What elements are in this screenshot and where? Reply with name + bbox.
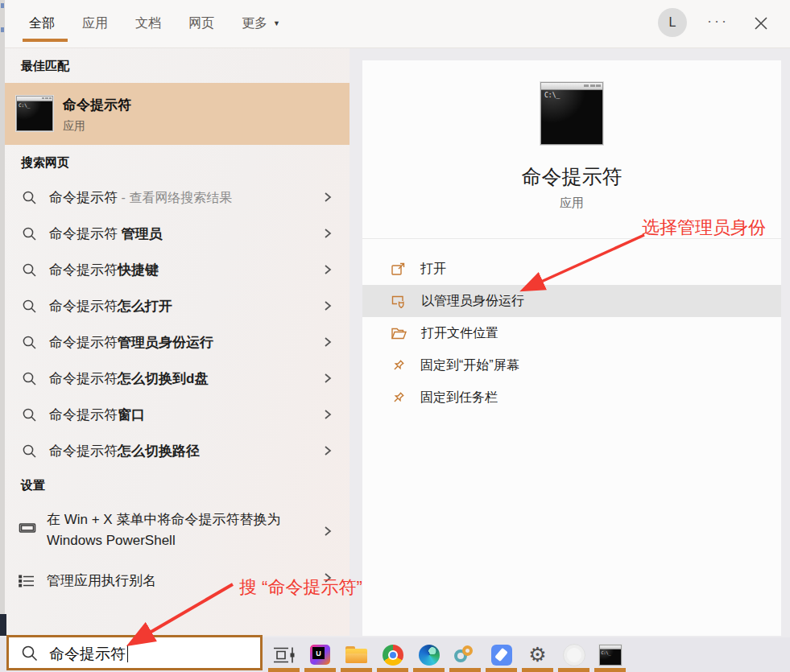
- web-suggestion[interactable]: 命令提示符快捷键: [5, 252, 350, 288]
- white-round-app-icon[interactable]: [556, 637, 592, 672]
- search-icon: [22, 226, 37, 241]
- rings-app-icon[interactable]: [447, 637, 483, 672]
- settings-gear-icon[interactable]: ⚙: [519, 637, 556, 672]
- search-icon: [22, 407, 37, 423]
- chevron-right-icon: [322, 409, 333, 420]
- action-pin-to-taskbar[interactable]: 固定到任务栏: [362, 381, 781, 414]
- admin-shield-icon: [391, 294, 407, 309]
- web-suggestion[interactable]: 命令提示符怎么切换到d盘: [5, 361, 350, 397]
- web-suggestion[interactable]: 命令提示符 管理员: [5, 216, 350, 252]
- background-window-edge: [0, 614, 6, 636]
- chevron-right-icon: [322, 445, 333, 456]
- best-match-subtitle: 应用: [63, 119, 85, 134]
- chrome-icon[interactable]: [374, 637, 411, 672]
- chevron-right-icon: [322, 300, 333, 311]
- annotation-search-hint: 搜 “命令提示符”: [239, 575, 362, 600]
- active-tab-indicator: [23, 39, 68, 42]
- best-match-result[interactable]: C:\_ 命令提示符 应用: [5, 83, 350, 145]
- chevron-right-icon: [322, 264, 333, 275]
- command-prompt-icon: C:\_: [16, 96, 53, 131]
- action-open[interactable]: 打开: [362, 253, 781, 285]
- notes-app-icon[interactable]: [483, 637, 519, 672]
- search-icon: [22, 190, 37, 205]
- action-list: 打开 以管理员身份运行 打开文件位置 固定到“开始”屏幕 固定到任务栏: [362, 238, 781, 414]
- tab-web[interactable]: 网页: [188, 15, 214, 32]
- annotation-admin-hint: 选择管理员身份: [642, 216, 766, 240]
- chevron-right-icon: [322, 228, 333, 239]
- search-icon: [22, 371, 37, 386]
- chevron-down-icon: ▼: [273, 19, 280, 27]
- more-options-icon[interactable]: ···: [707, 13, 729, 30]
- avatar[interactable]: L: [658, 8, 687, 37]
- tab-documents[interactable]: 文档: [135, 15, 161, 32]
- search-flyout-topbar: 全部 应用 文档 网页 更多▼ L ···: [5, 0, 790, 48]
- action-run-as-admin[interactable]: 以管理员身份运行: [362, 285, 781, 317]
- search-icon: [22, 335, 37, 350]
- search-input-value: 命令提示符: [49, 645, 126, 662]
- command-prompt-icon: C:\_: [540, 82, 603, 145]
- web-search-header: 搜索网页: [21, 155, 69, 171]
- chevron-right-icon: [322, 373, 333, 384]
- chevron-right-icon: [322, 526, 333, 537]
- command-prompt-icon[interactable]: C:\_: [592, 637, 628, 672]
- folder-icon: [391, 326, 407, 340]
- monitor-icon: [19, 522, 36, 536]
- chevron-right-icon: [322, 192, 333, 203]
- text-caret: [127, 645, 128, 662]
- app-title: 命令提示符: [362, 163, 781, 190]
- action-open-file-location[interactable]: 打开文件位置: [362, 317, 781, 349]
- search-input[interactable]: 命令提示符: [6, 635, 263, 670]
- best-match-header: 最佳匹配: [21, 59, 69, 74]
- list-icon: [19, 574, 35, 588]
- pin-icon: [391, 390, 406, 406]
- web-suggestion[interactable]: 命令提示符怎么切换路径: [5, 433, 350, 469]
- tab-all[interactable]: 全部: [29, 15, 55, 32]
- settings-item-powershell[interactable]: 在 Win + X 菜单中将命令提示符替换为 Windows PowerShel…: [5, 505, 350, 557]
- web-suggestion[interactable]: 命令提示符 - 查看网络搜索结果: [5, 179, 350, 216]
- tab-apps[interactable]: 应用: [82, 15, 108, 32]
- file-explorer-icon[interactable]: [338, 637, 374, 672]
- search-icon: [22, 443, 37, 459]
- task-view-icon[interactable]: [266, 637, 302, 672]
- action-pin-to-start[interactable]: 固定到“开始”屏幕: [362, 349, 781, 381]
- web-suggestion[interactable]: 命令提示符管理员身份运行: [5, 324, 350, 361]
- search-icon: [22, 299, 37, 314]
- pin-icon: [391, 358, 406, 373]
- edge-icon[interactable]: [411, 637, 447, 672]
- app-subtitle: 应用: [362, 196, 781, 211]
- result-detail-panel: C:\_ 命令提示符 应用 打开 以管理员身份运行 打开文件位置 固定到“开始”…: [362, 60, 781, 636]
- close-icon[interactable]: [752, 14, 770, 32]
- intellij-idea-icon[interactable]: U: [302, 637, 338, 672]
- best-match-title: 命令提示符: [63, 96, 131, 114]
- tab-more[interactable]: 更多▼: [242, 15, 280, 32]
- search-icon: [22, 262, 37, 278]
- open-window-icon: [391, 262, 406, 277]
- search-icon: [21, 645, 39, 662]
- web-suggestion[interactable]: 命令提示符窗口: [5, 397, 350, 433]
- settings-header: 设置: [21, 478, 45, 493]
- chevron-right-icon: [322, 336, 333, 348]
- search-results-panel: 最佳匹配 C:\_ 命令提示符 应用 搜索网页 命令提示符 - 查看网络搜索结果…: [5, 48, 350, 636]
- web-suggestion[interactable]: 命令提示符怎么打开: [5, 288, 350, 324]
